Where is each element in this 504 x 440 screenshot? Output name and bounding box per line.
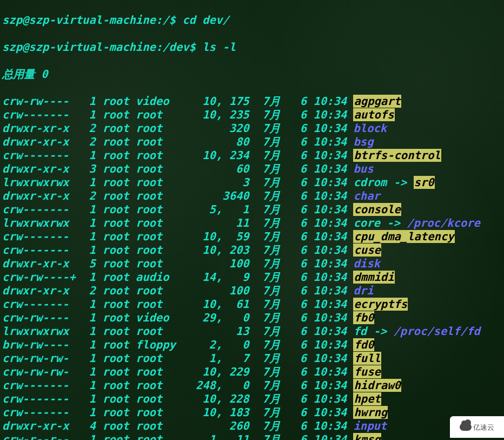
file-name: input bbox=[353, 419, 387, 432]
file-name: full bbox=[353, 352, 381, 365]
file-name: fuse bbox=[353, 365, 381, 378]
file-name: cuse bbox=[353, 244, 381, 257]
total-line: 总用量 0 bbox=[2, 68, 480, 81]
ls-row: crw------- 1 root root 10, 61 7月 6 10:34… bbox=[2, 298, 480, 311]
file-name: core bbox=[353, 216, 380, 229]
cloud-icon bbox=[460, 423, 472, 431]
file-name: fb0 bbox=[353, 311, 374, 324]
file-meta: lrwxrwxrwx 1 root root 3 7月 6 10:34 bbox=[2, 176, 353, 189]
file-meta: drwxr-xr-x 3 root root 60 7月 6 10:34 bbox=[2, 162, 353, 175]
ls-row: drwxr-xr-x 5 root root 100 7月 6 10:34 di… bbox=[2, 257, 480, 271]
symlink-target: /proc/kcore bbox=[407, 216, 480, 229]
file-name: fd0 bbox=[353, 338, 374, 351]
file-meta: crw-r--r-- 1 root root 1, 11 7月 6 10:34 bbox=[2, 433, 353, 440]
file-meta: crw------- 1 root root 10, 234 7月 6 10:3… bbox=[2, 149, 353, 162]
file-meta: crw------- 1 root root 5, 1 7月 6 10:34 bbox=[2, 203, 353, 216]
command-text: cd dev/ bbox=[182, 14, 229, 27]
symlink-arrow: -> bbox=[367, 325, 393, 338]
file-meta: drwxr-xr-x 2 root root 3640 7月 6 10:34 bbox=[2, 189, 353, 202]
ls-row: crw-rw-rw- 1 root root 10, 229 7月 6 10:3… bbox=[2, 365, 480, 379]
ls-row: crw------- 1 root root 10, 183 7月 6 10:3… bbox=[2, 406, 480, 419]
file-name: console bbox=[353, 203, 401, 216]
file-name: cpu_dma_latency bbox=[353, 230, 454, 243]
file-meta: crw------- 1 root root 10, 183 7月 6 10:3… bbox=[2, 406, 353, 419]
ls-row: crw------- 1 root root 10, 234 7月 6 10:3… bbox=[2, 149, 480, 162]
file-meta: drwxr-xr-x 2 root root 100 7月 6 10:34 bbox=[2, 284, 353, 297]
file-name: fd bbox=[353, 325, 367, 338]
file-meta: lrwxrwxrwx 1 root root 11 7月 6 10:34 bbox=[2, 216, 353, 229]
file-name: dri bbox=[353, 284, 373, 297]
file-meta: crw-rw----+ 1 root audio 14, 9 7月 6 10:3… bbox=[2, 271, 353, 284]
prompt-path: /dev bbox=[162, 41, 189, 54]
ls-row: lrwxrwxrwx 1 root root 3 7月 6 10:34 cdro… bbox=[2, 176, 480, 189]
file-meta: crw------- 1 root root 10, 235 7月 6 10:3… bbox=[2, 108, 353, 121]
ls-row: crw-rw----+ 1 root audio 14, 9 7月 6 10:3… bbox=[2, 271, 480, 284]
ls-row: drwxr-xr-x 2 root root 3640 7月 6 10:34 c… bbox=[2, 189, 480, 203]
ls-row: crw------- 1 root root 248, 0 7月 6 10:34… bbox=[2, 379, 480, 392]
file-meta: lrwxrwxrwx 1 root root 13 7月 6 10:34 bbox=[2, 325, 353, 338]
file-name: btrfs-control bbox=[353, 149, 441, 162]
ls-row: brw-rw---- 1 root floppy 2, 0 7月 6 10:34… bbox=[2, 338, 480, 352]
ls-row: crw-rw-rw- 1 root root 1, 7 7月 6 10:34 f… bbox=[2, 352, 480, 365]
file-name: cdrom bbox=[353, 176, 387, 189]
prompt-user: szp@szp-virtual-machine bbox=[2, 41, 156, 54]
file-meta: drwxr-xr-x 5 root root 100 7月 6 10:34 bbox=[2, 257, 353, 270]
ls-row: crw------- 1 root root 10, 228 7月 6 10:3… bbox=[2, 392, 480, 406]
ls-row: crw-r--r-- 1 root root 1, 11 7月 6 10:34 … bbox=[2, 433, 480, 440]
file-name: disk bbox=[353, 257, 380, 270]
file-meta: crw------- 1 root root 10, 203 7月 6 10:3… bbox=[2, 244, 353, 257]
ls-row: drwxr-xr-x 2 root root 100 7月 6 10:34 dr… bbox=[2, 284, 480, 298]
file-meta: crw-rw-rw- 1 root root 10, 229 7月 6 10:3… bbox=[2, 365, 353, 378]
file-name: ecryptfs bbox=[353, 298, 408, 311]
command-text: ls -l bbox=[202, 41, 236, 54]
prompt-path: / bbox=[162, 14, 169, 27]
ls-row: drwxr-xr-x 3 root root 60 7月 6 10:34 bus bbox=[2, 162, 480, 176]
file-meta: drwxr-xr-x 4 root root 260 7月 6 10:34 bbox=[2, 419, 353, 432]
ls-row: crw------- 1 root root 5, 1 7月 6 10:34 c… bbox=[2, 203, 480, 216]
prompt-line-1: szp@szp-virtual-machine:/$ cd dev/ bbox=[2, 14, 480, 27]
symlink-target: /proc/self/fd bbox=[394, 325, 480, 338]
ls-row: lrwxrwxrwx 1 root root 13 7月 6 10:34 fd … bbox=[2, 325, 480, 338]
file-meta: crw-rw-rw- 1 root root 1, 7 7月 6 10:34 bbox=[2, 352, 353, 365]
symlink-arrow: -> bbox=[380, 216, 407, 229]
ls-row: drwxr-xr-x 2 root root 80 7月 6 10:34 bsg bbox=[2, 135, 480, 149]
file-meta: crw------- 1 root root 10, 61 7月 6 10:34 bbox=[2, 298, 353, 311]
file-name: kmsg bbox=[353, 433, 381, 440]
ls-row: crw------- 1 root root 10, 235 7月 6 10:3… bbox=[2, 108, 480, 122]
terminal-output: szp@szp-virtual-machine:/$ cd dev/ szp@s… bbox=[2, 0, 480, 440]
ls-row: drwxr-xr-x 2 root root 320 7月 6 10:34 bl… bbox=[2, 122, 480, 135]
prompt-line-2: szp@szp-virtual-machine:/dev$ ls -l bbox=[2, 41, 480, 54]
file-name: hwrng bbox=[353, 406, 388, 419]
ls-row: drwxr-xr-x 4 root root 260 7月 6 10:34 in… bbox=[2, 419, 480, 433]
watermark-badge: 亿速云 bbox=[450, 416, 504, 438]
ls-row: crw------- 1 root root 10, 59 7月 6 10:34… bbox=[2, 230, 480, 244]
file-name: bsg bbox=[353, 135, 373, 148]
file-name: block bbox=[353, 122, 387, 135]
ls-row: lrwxrwxrwx 1 root root 11 7月 6 10:34 cor… bbox=[2, 216, 480, 230]
file-name: dmmidi bbox=[353, 271, 394, 284]
file-meta: crw-rw---- 1 root video 10, 175 7月 6 10:… bbox=[2, 95, 353, 108]
prompt-user: szp@szp-virtual-machine bbox=[2, 14, 156, 27]
ls-row: crw-rw---- 1 root video 29, 0 7月 6 10:34… bbox=[2, 311, 480, 325]
file-meta: brw-rw---- 1 root floppy 2, 0 7月 6 10:34 bbox=[2, 338, 353, 351]
file-meta: crw------- 1 root root 10, 59 7月 6 10:34 bbox=[2, 230, 353, 243]
file-name: char bbox=[353, 189, 380, 202]
symlink-target: sr0 bbox=[414, 176, 435, 189]
symlink-arrow: -> bbox=[387, 176, 413, 189]
file-meta: drwxr-xr-x 2 root root 320 7月 6 10:34 bbox=[2, 122, 353, 135]
ls-row: crw-rw---- 1 root video 10, 175 7月 6 10:… bbox=[2, 95, 480, 108]
file-name: autofs bbox=[353, 108, 394, 121]
file-name: agpgart bbox=[353, 95, 401, 108]
file-meta: drwxr-xr-x 2 root root 80 7月 6 10:34 bbox=[2, 135, 353, 148]
watermark-text: 亿速云 bbox=[473, 421, 494, 434]
file-name: hpet bbox=[353, 392, 381, 405]
ls-row: crw------- 1 root root 10, 203 7月 6 10:3… bbox=[2, 244, 480, 257]
file-meta: crw------- 1 root root 248, 0 7月 6 10:34 bbox=[2, 379, 353, 392]
file-name: bus bbox=[353, 162, 373, 175]
file-name: hidraw0 bbox=[353, 379, 401, 392]
file-meta: crw------- 1 root root 10, 228 7月 6 10:3… bbox=[2, 392, 353, 405]
file-meta: crw-rw---- 1 root video 29, 0 7月 6 10:34 bbox=[2, 311, 353, 324]
